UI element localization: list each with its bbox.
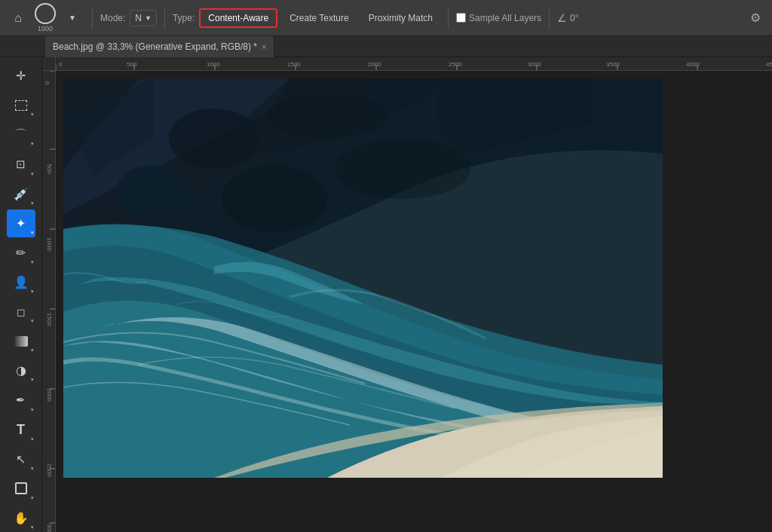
marquee-sub-arrow: ▾: [31, 112, 34, 118]
tool-hand[interactable]: ✋ ▾: [7, 504, 35, 532]
content-aware-button[interactable]: Content-Aware: [199, 8, 277, 28]
svg-text:1000: 1000: [207, 61, 220, 68]
svg-text:500: 500: [127, 61, 137, 68]
lasso-sub-arrow: ▾: [31, 141, 34, 147]
hand-icon: ✋: [14, 511, 29, 525]
divider-2: [164, 7, 165, 29]
svg-text:0: 0: [59, 61, 63, 68]
svg-point-38: [222, 165, 327, 233]
tool-clone-stamp[interactable]: 👤 ▾: [7, 268, 35, 296]
settings-button[interactable]: ⚙: [745, 8, 766, 29]
ruler-left: 0 500 1000 1500 2000 2500 3000: [42, 71, 56, 532]
tool-path-selection[interactable]: ↖ ▾: [7, 445, 35, 473]
patch-sub-arrow: ▾: [31, 230, 34, 236]
mode-value: N: [135, 13, 142, 23]
svg-text:1500: 1500: [46, 313, 53, 326]
eyedropper-sub-arrow: ▾: [31, 200, 34, 206]
tool-eyedropper[interactable]: 💉 ▾: [7, 180, 35, 208]
hand-sub-arrow: ▾: [31, 524, 34, 530]
brush-preview[interactable]: 1000: [35, 3, 56, 32]
svg-text:3000: 3000: [46, 524, 53, 532]
move-icon: ✛: [16, 69, 26, 83]
eraser-sub-arrow: ▾: [31, 318, 34, 324]
divider-4: [549, 7, 550, 29]
tool-marquee[interactable]: ▾: [7, 91, 35, 119]
ruler-corner: [42, 57, 56, 71]
ruler-top: 0 500 1000 1500 2000 2500 3000 3500 4000: [56, 57, 772, 71]
tool-eraser[interactable]: ◻ ▾: [7, 298, 35, 326]
pen-icon: ✒: [16, 393, 26, 407]
svg-text:1500: 1500: [287, 61, 301, 68]
ruler-left-svg: 0 500 1000 1500 2000 2500 3000: [42, 71, 56, 532]
brush-size-label: 1000: [38, 25, 53, 32]
dodge-icon: ◑: [16, 363, 26, 378]
svg-text:2000: 2000: [46, 388, 53, 402]
gradient-sub-arrow: ▾: [31, 347, 34, 353]
tab-close-button[interactable]: ×: [262, 42, 266, 51]
proximity-match-button[interactable]: Proximity Match: [361, 10, 440, 26]
tool-lasso[interactable]: ⌒ ▾: [7, 121, 35, 148]
sample-all-layers-checkbox[interactable]: [456, 13, 466, 23]
svg-text:2500: 2500: [449, 61, 462, 68]
divider-1: [92, 7, 93, 29]
create-texture-button[interactable]: Create Texture: [282, 10, 357, 26]
tool-crop[interactable]: ⊡ ▾: [7, 150, 35, 178]
divider-3: [448, 7, 449, 29]
sample-all-layers-text: Sample All Layers: [469, 13, 541, 23]
tool-text[interactable]: T ▾: [7, 416, 35, 444]
marquee-icon: [15, 100, 27, 111]
beach-image: [63, 78, 663, 478]
angle-display: ∠ 0°: [557, 12, 578, 24]
svg-text:1000: 1000: [46, 237, 53, 251]
eraser-icon: ◻: [17, 306, 26, 318]
svg-text:4500: 4500: [766, 61, 772, 68]
clone-sub-arrow: ▾: [31, 289, 34, 295]
eyedropper-icon: 💉: [14, 187, 29, 201]
home-button[interactable]: ⌂: [6, 6, 30, 30]
left-tool-panel: ✛ ▾ ⌒ ▾ ⊡ ▾ 💉 ▾ ✦ ▾ ✏ ▾: [0, 57, 42, 532]
brush-icon: ✏: [16, 246, 26, 260]
tab-bar: Beach.jpg @ 33,3% (Generative Expand, RG…: [0, 36, 772, 57]
brush-sub-arrow: ▾: [31, 259, 34, 265]
tool-move[interactable]: ✛: [7, 62, 35, 90]
svg-point-37: [116, 165, 191, 218]
type-label: Type:: [173, 13, 195, 23]
svg-text:2000: 2000: [368, 61, 381, 68]
lasso-icon: ⌒: [15, 127, 26, 142]
tool-gradient[interactable]: ▾: [7, 327, 35, 355]
patch-icon: ✦: [16, 216, 26, 231]
tool-brush[interactable]: ✏ ▾: [7, 239, 35, 267]
svg-text:2500: 2500: [46, 463, 53, 477]
svg-text:3000: 3000: [528, 61, 541, 68]
mode-dropdown-arrow: ▼: [145, 14, 152, 22]
gradient-icon: [14, 336, 28, 347]
tool-shape[interactable]: ▾: [7, 475, 35, 503]
settings-icon: ⚙: [750, 11, 761, 25]
svg-text:3500: 3500: [606, 61, 620, 68]
angle-icon: ∠: [557, 12, 567, 24]
main-area: ✛ ▾ ⌒ ▾ ⊡ ▾ 💉 ▾ ✦ ▾ ✏ ▾: [0, 57, 772, 532]
crop-icon: ⊡: [16, 157, 26, 171]
path-selection-icon: ↖: [16, 452, 26, 466]
tool-dodge[interactable]: ◑ ▾: [7, 356, 35, 384]
clone-stamp-icon: 👤: [14, 275, 29, 289]
crop-sub-arrow: ▾: [31, 171, 34, 177]
tool-patch[interactable]: ✦ ▾: [7, 209, 35, 237]
image-canvas[interactable]: [56, 71, 772, 532]
document-tab[interactable]: Beach.jpg @ 33,3% (Generative Expand, RG…: [45, 36, 274, 57]
shape-icon: [15, 482, 27, 494]
brush-options-dropdown[interactable]: ▼: [60, 6, 84, 30]
canvas-area[interactable]: 0 500 1000 1500 2000 2500 3000 3500 4000: [42, 57, 772, 532]
tab-title: Beach.jpg @ 33,3% (Generative Expand, RG…: [53, 41, 257, 52]
svg-text:0: 0: [44, 81, 51, 84]
path-sub-arrow: ▾: [31, 466, 34, 472]
svg-text:4000: 4000: [686, 61, 700, 68]
mode-dropdown[interactable]: N ▼: [130, 10, 157, 26]
mode-label: Mode:: [100, 13, 125, 23]
svg-text:500: 500: [46, 164, 53, 174]
brush-circle: [35, 3, 56, 24]
beach-scene-svg: [63, 78, 663, 478]
tool-pen[interactable]: ✒ ▾: [7, 386, 35, 414]
top-toolbar: ⌂ 1000 ▼ Mode: N ▼ Type: Content-Aware C…: [0, 0, 772, 36]
sample-all-layers-label[interactable]: Sample All Layers: [456, 13, 541, 23]
